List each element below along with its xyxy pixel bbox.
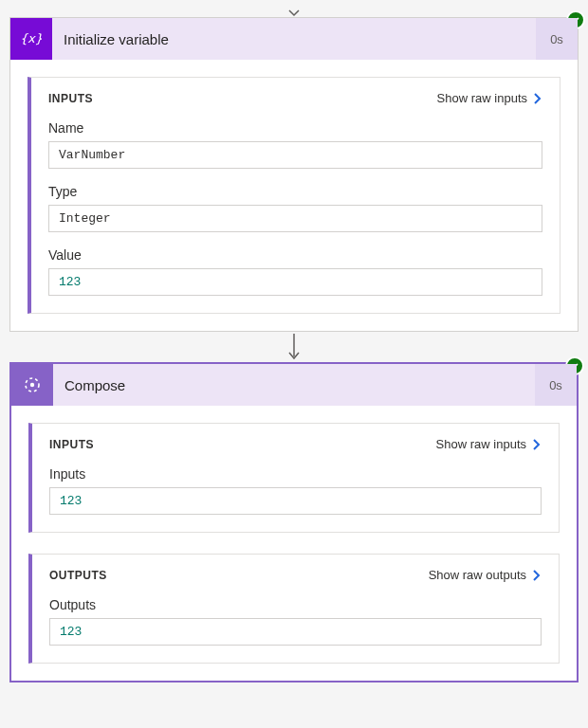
card-title: Initialize variable [52,31,536,47]
svg-text:{x}: {x} [21,31,42,46]
panel-title: INPUTS [49,438,94,451]
inputs-panel: INPUTS Show raw inputs Name VarNumber Ty… [28,77,560,314]
field-outputs: Outputs 123 [49,597,542,646]
panel-title: INPUTS [48,92,93,105]
field-type: Type Integer [48,184,542,232]
variable-icon: {x} [10,18,52,60]
show-raw-inputs-link[interactable]: Show raw inputs [437,91,542,105]
outputs-panel: OUTPUTS Show raw outputs Outputs 123 [28,554,560,664]
panel-link-label: Show raw inputs [437,91,527,105]
field-value: 123 [48,268,542,296]
field-value: VarNumber [48,141,542,169]
card-duration: 0s [536,18,578,60]
action-card-compose[interactable]: Compose 0s INPUTS Show raw inputs Inputs… [9,362,579,682]
compose-icon [11,364,53,406]
field-label: Name [48,120,542,136]
card-title: Compose [53,377,535,393]
panel-link-label: Show raw outputs [429,568,526,582]
card-body: INPUTS Show raw inputs Name VarNumber Ty… [10,60,578,331]
flow-arrow [9,334,579,362]
panel-link-label: Show raw inputs [436,437,526,451]
chevron-right-icon [533,92,542,105]
inputs-panel: INPUTS Show raw inputs Inputs 123 [28,423,560,533]
chevron-right-icon [532,438,542,451]
field-label: Inputs [49,466,542,482]
chevron-right-icon [532,569,542,582]
field-inputs: Inputs 123 [49,466,542,515]
panel-header: INPUTS Show raw inputs [48,91,542,105]
field-label: Type [48,184,542,199]
card-body: INPUTS Show raw inputs Inputs 123 OUTPUT… [11,406,577,681]
card-header[interactable]: {x} Initialize variable 0s [10,18,578,60]
action-card-initialize-variable[interactable]: {x} Initialize variable 0s INPUTS Show r… [9,17,579,332]
field-value: Integer [48,205,542,232]
panel-header: OUTPUTS Show raw outputs [49,568,542,582]
field-value-input: Value 123 [48,247,542,296]
card-header[interactable]: Compose 0s [11,364,577,406]
field-value: 123 [49,618,542,646]
field-label: Outputs [49,597,542,612]
flow-arrow-top [9,9,579,17]
svg-point-3 [30,383,34,387]
panel-title: OUTPUTS [49,569,107,582]
card-duration: 0s [535,364,577,406]
show-raw-outputs-link[interactable]: Show raw outputs [429,568,542,582]
show-raw-inputs-link[interactable]: Show raw inputs [436,437,542,451]
panel-header: INPUTS Show raw inputs [49,437,542,451]
field-value: 123 [49,487,542,515]
field-label: Value [48,247,542,263]
field-name: Name VarNumber [48,120,542,169]
